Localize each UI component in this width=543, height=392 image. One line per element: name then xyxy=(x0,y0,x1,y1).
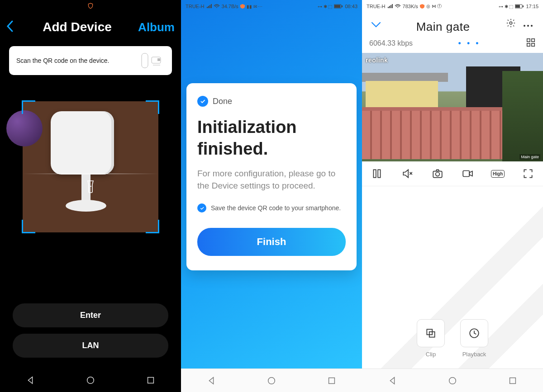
clip-label: Clip xyxy=(426,351,436,358)
video-toolbar: High xyxy=(362,161,543,186)
bitrate-value: 6064.33 kbps xyxy=(369,39,413,47)
battery-icon xyxy=(334,4,343,9)
record-button[interactable] xyxy=(461,168,474,179)
dropdown-button[interactable] xyxy=(368,17,384,31)
live-video-feed[interactable]: reolink Main gate xyxy=(362,53,543,161)
checkmark-icon xyxy=(197,96,208,107)
pause-button[interactable] xyxy=(370,168,384,179)
save-qr-label: Save the device QR code to your smartpho… xyxy=(211,204,341,212)
pause-icon xyxy=(371,168,383,179)
svg-rect-22 xyxy=(378,170,380,177)
nav-back-button[interactable] xyxy=(206,376,216,386)
instruction-text: Scan the QR code on the device. xyxy=(16,57,109,64)
playback-icon xyxy=(468,327,480,339)
status-bar: TRUE-H 34.7B/s ▮▮ ✉ ⋯ ⊶ ✱ ⬚ 08:43 xyxy=(181,0,362,13)
svg-rect-11 xyxy=(515,5,520,8)
nav-back-button[interactable] xyxy=(25,375,35,385)
quality-label: High xyxy=(491,170,505,178)
carrier-label: TRUE-H xyxy=(367,4,386,9)
signal-icon xyxy=(387,4,393,9)
status-icons: ⊶ ✱ ⬚ xyxy=(499,4,514,9)
action-row: Clip Playback xyxy=(362,319,543,358)
nav-recent-button[interactable] xyxy=(146,375,156,385)
svg-point-3 xyxy=(87,377,94,384)
network-speed: 34.7B/s xyxy=(222,4,238,9)
svg-rect-25 xyxy=(463,171,470,177)
bottom-button-group: Enter LAN xyxy=(0,297,181,358)
svg-rect-6 xyxy=(334,5,340,8)
screen-live-view: TRUE-H 783K/s ◎ ⋈ ⓕ ⊶ ✱ ⬚ 17:15 Main gat… xyxy=(362,0,543,392)
camera-overlay-label: Main gate xyxy=(519,154,540,160)
playback-label: Playback xyxy=(462,351,486,358)
nav-home-button[interactable] xyxy=(448,376,457,386)
header: Add Device Album xyxy=(0,12,181,43)
lan-button[interactable]: LAN xyxy=(13,334,168,358)
qr-scan-viewfinder xyxy=(23,101,158,232)
clip-button[interactable]: Clip xyxy=(417,319,445,358)
camera-icon xyxy=(432,168,443,179)
more-horizontal-icon xyxy=(523,24,533,28)
mute-button[interactable] xyxy=(400,168,414,179)
carrier-label: TRUE-H xyxy=(186,4,205,9)
status-bar xyxy=(0,0,181,12)
fullscreen-icon xyxy=(522,168,534,179)
signal-icon xyxy=(206,4,212,9)
svg-rect-21 xyxy=(373,170,376,177)
quality-button[interactable]: High xyxy=(491,168,505,179)
android-nav-bar xyxy=(0,368,181,392)
svg-rect-0 xyxy=(142,53,148,68)
svg-rect-4 xyxy=(148,378,154,383)
header: Main gate xyxy=(362,13,543,33)
playback-button[interactable]: Playback xyxy=(460,319,488,358)
gear-icon xyxy=(506,18,516,28)
svg-rect-12 xyxy=(523,5,524,7)
nav-home-button[interactable] xyxy=(267,376,276,386)
notification-icons: ◎ ⋈ ⓕ xyxy=(426,3,442,9)
camera-feed-preview xyxy=(23,101,158,232)
android-nav-bar xyxy=(362,368,543,392)
svg-point-16 xyxy=(531,25,533,27)
network-speed: 783K/s xyxy=(403,4,418,9)
svg-rect-2 xyxy=(157,58,160,61)
screen-add-device: Add Device Album Scan the QR code on the… xyxy=(0,0,181,392)
page-title: Add Device xyxy=(16,20,138,34)
card-subtext: For more configuration, please go to the… xyxy=(197,168,346,192)
grid-icon xyxy=(526,38,536,47)
clock: 08:43 xyxy=(345,4,357,9)
chevron-down-icon xyxy=(371,22,381,28)
svg-rect-9 xyxy=(329,378,335,383)
nav-recent-button[interactable] xyxy=(508,376,518,386)
svg-rect-18 xyxy=(532,39,534,42)
svg-rect-20 xyxy=(532,43,534,46)
nav-back-button[interactable] xyxy=(387,376,397,386)
wifi-icon xyxy=(214,4,220,9)
nav-home-button[interactable] xyxy=(86,375,95,385)
album-link[interactable]: Album xyxy=(138,20,175,34)
svg-rect-30 xyxy=(510,378,516,383)
back-button[interactable] xyxy=(4,20,16,34)
screen-initialization: TRUE-H 34.7B/s ▮▮ ✉ ⋯ ⊶ ✱ ⬚ 08:43 Done I… xyxy=(181,0,362,392)
clock: 17:15 xyxy=(526,4,538,9)
settings-button[interactable] xyxy=(502,18,519,31)
device-illustration-icon xyxy=(139,52,165,69)
enter-button[interactable]: Enter xyxy=(13,303,168,327)
status-bar: TRUE-H 783K/s ◎ ⋈ ⓕ ⊶ ✱ ⬚ 17:15 xyxy=(362,0,543,13)
save-qr-checkbox[interactable]: Save the device QR code to your smartpho… xyxy=(197,203,346,213)
timeline-area[interactable] xyxy=(362,186,543,392)
snapshot-button[interactable] xyxy=(431,168,444,179)
instruction-card[interactable]: Scan the QR code on the device. xyxy=(9,46,172,75)
shield-icon xyxy=(420,4,424,9)
finish-button[interactable]: Finish xyxy=(197,228,346,256)
svg-point-8 xyxy=(268,377,275,384)
wifi-icon xyxy=(395,4,401,9)
more-button[interactable] xyxy=(519,19,537,30)
nav-recent-button[interactable] xyxy=(327,376,337,386)
speaker-mute-icon xyxy=(401,168,413,179)
flashlight-button[interactable] xyxy=(85,180,96,194)
svg-point-15 xyxy=(527,25,529,27)
fullscreen-button[interactable] xyxy=(521,168,535,179)
svg-point-13 xyxy=(510,22,512,24)
multiview-button[interactable] xyxy=(526,38,536,49)
svg-point-29 xyxy=(449,377,456,384)
svg-rect-17 xyxy=(527,39,530,42)
